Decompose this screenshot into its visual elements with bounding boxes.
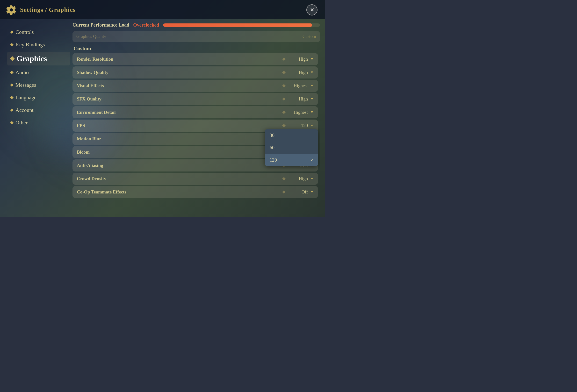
close-icon: ✕ [310,7,314,13]
fps-dropdown-popup: 3060120✓ [265,129,318,166]
close-button[interactable]: ✕ [306,4,318,15]
sidebar-item-account[interactable]: Account [7,105,70,116]
setting-row-right: High▼ [282,176,314,181]
sidebar-item-label: Messages [15,82,36,88]
setting-row-right: High▼ [282,96,314,102]
setting-label: Visual Effects [77,83,104,88]
setting-row-co-op-teammate-effects[interactable]: Co-Op Teammate EffectsOff▼ [72,186,318,198]
graphics-quality-label: Graphics Quality [76,34,106,39]
setting-row-right: 120▼ [282,123,314,128]
performance-load-bar: Current Performance Load Overclocked [72,19,320,30]
setting-label: SFX Quality [77,96,102,102]
sidebar-item-controls[interactable]: Controls [7,27,70,38]
setting-value: Highest [288,110,308,115]
fps-option-120[interactable]: 120✓ [265,154,318,166]
sidebar-item-label: Other [15,120,28,126]
sidebar-item-label: Audio [15,69,29,76]
dropdown-arrow-icon: ▼ [310,177,314,181]
setting-label: Render Resolution [77,57,113,62]
setting-label: Shadow Quality [77,70,108,75]
setting-diamond-icon [282,70,286,75]
setting-value: High [288,70,308,75]
sidebar-item-label: Controls [15,29,34,35]
setting-row-environment-detail[interactable]: Environment DetailHighest▼ [72,106,318,118]
sidebar-diamond-icon [10,56,15,61]
header-left: Settings / Graphics [6,4,76,15]
main-content: ControlsKey BindingsGraphicsAudioMessage… [0,19,325,217]
sidebar-item-other[interactable]: Other [7,117,70,128]
setting-diamond-icon [282,84,286,88]
fps-option-30[interactable]: 30 [265,129,318,141]
setting-label: Motion Blur [77,136,101,141]
check-icon: ✓ [311,158,314,163]
content-panel: Current Performance Load Overclocked Gra… [70,19,325,217]
setting-diamond-icon [282,57,286,61]
setting-row-visual-effects[interactable]: Visual EffectsHighest▼ [72,80,318,92]
setting-row-right: High▼ [282,70,314,75]
sidebar-item-label: Key Bindings [15,41,45,48]
setting-label: FPS [77,123,85,128]
setting-value: Off [288,189,308,195]
sidebar-diamond-icon [10,96,13,99]
sidebar-diamond-icon [10,83,13,87]
setting-row-fps[interactable]: FPS120▼3060120✓ [72,120,318,132]
setting-diamond-icon [282,177,286,181]
perf-load-status: Overclocked [133,22,159,28]
perf-bar-fill [163,23,312,27]
setting-row-sfx-quality[interactable]: SFX QualityHigh▼ [72,93,318,105]
setting-diamond-icon [282,190,286,194]
graphics-quality-row[interactable]: Graphics Quality Custom [72,31,320,42]
sidebar-diamond-icon [10,108,13,112]
custom-section-title: Custom [72,43,318,53]
setting-value: High [288,176,308,181]
sidebar-item-language[interactable]: Language [7,92,70,103]
sidebar-diamond-icon [10,121,13,124]
perf-bar-container [163,23,320,27]
sidebar-item-messages[interactable]: Messages [7,79,70,91]
setting-row-right: Highest▼ [282,110,314,115]
setting-row-right: Highest▼ [282,83,314,88]
setting-diamond-icon [282,123,286,128]
setting-diamond-icon [282,110,286,114]
setting-row-right: Off▼ [282,189,314,195]
setting-value: High [288,57,308,62]
setting-row-shadow-quality[interactable]: Shadow QualityHigh▼ [72,66,318,78]
sidebar-diamond-icon [10,71,13,74]
gear-icon [6,4,17,15]
setting-value: Highest [288,83,308,88]
perf-load-label: Current Performance Load [72,22,129,28]
sidebar-diamond-icon [10,43,13,46]
setting-row-crowd-density[interactable]: Crowd DensityHigh▼ [72,173,318,185]
sidebar-item-audio[interactable]: Audio [7,67,70,78]
page-title: Settings / Graphics [20,6,76,14]
dropdown-arrow-icon: ▼ [310,97,314,101]
setting-label: Co-Op Teammate Effects [77,189,126,195]
setting-row-right: High▼ [282,57,314,62]
dropdown-arrow-icon: ▼ [310,110,314,114]
sidebar-item-label: Language [15,95,36,101]
sidebar: ControlsKey BindingsGraphicsAudioMessage… [0,19,70,217]
settings-list: Custom Render ResolutionHigh▼Shadow Qual… [72,43,320,213]
dropdown-arrow-icon: ▼ [310,70,314,74]
dropdown-arrow-icon: ▼ [310,84,314,88]
setting-diamond-icon [282,97,286,101]
sidebar-item-label: Account [15,107,34,113]
dropdown-arrow-icon: ▼ [310,190,314,194]
setting-row-render-resolution[interactable]: Render ResolutionHigh▼ [72,53,318,65]
sidebar-item-label: Graphics [16,54,47,63]
dropdown-arrow-icon: ▼ [310,124,314,128]
setting-value: High [288,96,308,102]
setting-label: Crowd Density [77,176,106,181]
sidebar-diamond-icon [10,31,13,34]
sidebar-item-key-bindings[interactable]: Key Bindings [7,39,70,50]
settings-header: Settings / Graphics ✕ [0,0,325,19]
sidebar-item-graphics[interactable]: Graphics [7,52,70,65]
setting-label: Anti-Aliasing [77,163,103,168]
setting-label: Bloom [77,150,90,155]
setting-value: 120 [288,123,308,128]
setting-label: Environment Detail [77,110,116,115]
dropdown-arrow-icon: ▼ [310,57,314,61]
fps-option-60[interactable]: 60 [265,141,318,154]
graphics-quality-value: Custom [302,34,316,39]
